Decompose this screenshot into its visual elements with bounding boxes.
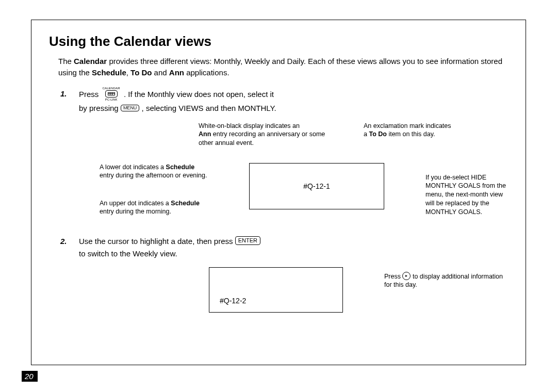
text: entry during the morning. xyxy=(100,208,171,215)
text: item on this day. xyxy=(387,130,435,138)
bold-todo: To Do xyxy=(369,130,386,138)
page-number: 20 xyxy=(22,371,38,382)
page-frame: Using the Calendar views The Calendar pr… xyxy=(31,20,526,365)
text: and xyxy=(152,68,169,77)
bold-ann: Ann xyxy=(169,68,184,77)
text: to switch to the Weekly view. xyxy=(79,249,177,258)
arrow-right-key-icon: ▸ xyxy=(402,272,411,280)
step-1: 1. Press CALENDAR PC-LINK . If the Month… xyxy=(79,88,508,115)
text: applications. xyxy=(184,68,230,77)
text: , selecting VIEWS and then MONTHLY. xyxy=(142,104,276,112)
keyboard-grid-icon xyxy=(108,92,115,95)
placeholder-label: #Q-12-2 xyxy=(220,297,246,305)
keycap-icon xyxy=(105,90,118,97)
text: An upper dot indicates a xyxy=(100,200,171,207)
text: Press xyxy=(384,273,402,280)
text: , xyxy=(126,68,130,77)
figure-placeholder-2: #Q-12-2 xyxy=(209,267,343,313)
menu-key-icon: MENU xyxy=(121,105,140,112)
figure-placeholder-1: #Q-12-1 xyxy=(249,163,384,209)
text: . If the Monthly view does not open, sel… xyxy=(124,89,274,98)
bold-todo: To Do xyxy=(130,68,152,77)
calendar-key-icon: CALENDAR PC-LINK xyxy=(103,87,120,101)
text: An exclamation mark indicates xyxy=(364,122,451,129)
note-press-arrow: Press ▸ to display additional informatio… xyxy=(384,272,503,290)
key-bot-label: PC-LINK xyxy=(105,98,118,101)
note-white-on-black: White-on-black display indicates an Ann … xyxy=(199,122,333,148)
section-title: Using the Calendar views xyxy=(49,34,508,50)
bold-schedule: Schedule xyxy=(166,164,195,171)
text: If you de-select HIDE MONTHLY GOALS from… xyxy=(425,174,506,216)
note-lower-dot: A lower dot indicates a Schedule entry d… xyxy=(100,163,213,181)
note-upper-dot: An upper dot indicates a Schedule entry … xyxy=(100,199,218,217)
bold-schedule: Schedule xyxy=(171,200,200,207)
callouts-area-2: #Q-12-2 Press ▸ to display additional in… xyxy=(49,267,508,329)
key-top-label: CALENDAR xyxy=(103,87,120,90)
intro-paragraph: The Calendar provides three different vi… xyxy=(58,56,508,78)
placeholder-label: #Q-12-1 xyxy=(303,182,330,190)
text: White-on-black display indicates an xyxy=(199,122,300,129)
text: Use the cursor to highlight a date, then… xyxy=(79,237,235,246)
enter-key-icon: ENTER xyxy=(235,236,260,244)
bold-schedule: Schedule xyxy=(92,68,126,77)
text: entry recording an anniversary or some o… xyxy=(199,130,325,146)
text: a xyxy=(364,130,369,138)
step-2: 2. Use the cursor to highlight a date, t… xyxy=(79,235,508,260)
note-exclamation: An exclamation mark indicates a To Do it… xyxy=(364,122,482,139)
bold-calendar: Calendar xyxy=(74,57,107,66)
note-hide-goals: If you de-select HIDE MONTHLY GOALS from… xyxy=(425,173,508,217)
callouts-area-1: White-on-black display indicates an Ann … xyxy=(49,122,508,235)
text: by pressing xyxy=(79,104,121,112)
bold-ann: Ann xyxy=(199,130,211,138)
text: entry during the afternoon or evening. xyxy=(100,172,207,179)
text: A lower dot indicates a xyxy=(100,164,166,171)
text: Press xyxy=(79,89,101,98)
text: The xyxy=(58,57,74,66)
step-number-1: 1. xyxy=(60,88,67,100)
step-number-2: 2. xyxy=(60,235,67,248)
